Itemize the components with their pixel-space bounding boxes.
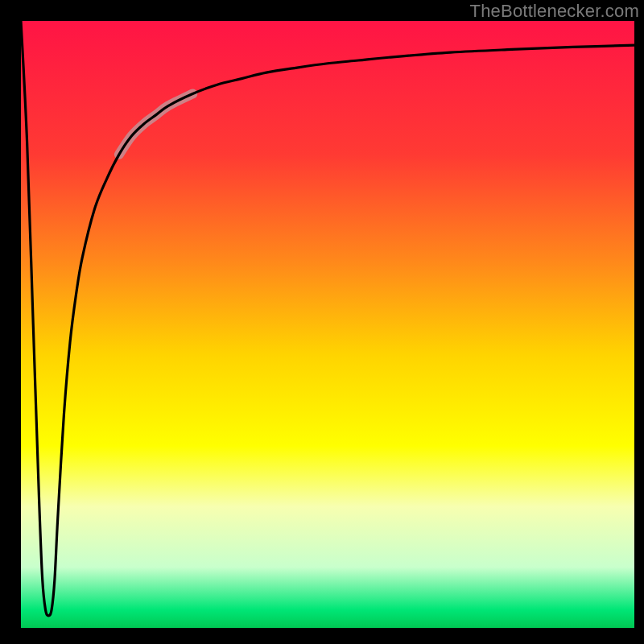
bottleneck-chart [0,0,644,644]
chart-stage: TheBottlenecker.com [0,0,644,644]
plot-background [21,21,634,628]
watermark-text: TheBottlenecker.com [470,1,639,22]
